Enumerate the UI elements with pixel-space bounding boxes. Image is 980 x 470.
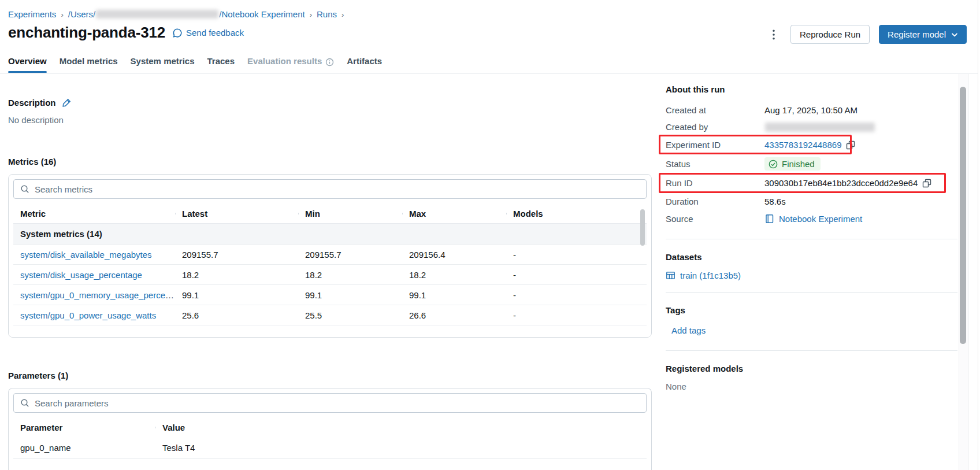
breadcrumb-notebook-experiment[interactable]: /Notebook Experiment <box>219 9 305 19</box>
copy-icon <box>922 179 931 188</box>
breadcrumb-users-prefix[interactable]: /Users/ <box>68 9 96 19</box>
add-tags-wrapper: Add tags <box>666 325 957 335</box>
redacted-username-blur <box>96 10 218 18</box>
register-model-label: Register model <box>888 29 946 39</box>
tab-model-metrics[interactable]: Model metrics <box>60 53 118 73</box>
created-at-value: Aug 17, 2025, 10:50 AM <box>764 105 957 115</box>
header-actions: Reproduce Run Register model <box>766 25 967 44</box>
metric-link[interactable]: system/disk_available_megabytes <box>20 250 152 260</box>
parameters-search-box <box>13 393 647 413</box>
parameters-card: Parameter Value gpu_0_nameTesla T4 <box>8 388 652 470</box>
tab-evaluation-results[interactable]: Evaluation results <box>247 53 334 73</box>
breadcrumb-runs[interactable]: Runs <box>317 9 337 19</box>
breadcrumb-separator: › <box>61 10 63 19</box>
check-circle-icon <box>769 160 778 169</box>
metric-models: - <box>506 310 647 320</box>
page-scrollbar-thumb[interactable] <box>960 87 966 344</box>
dataset-item[interactable]: train (1f1c13b5) <box>666 271 957 280</box>
metrics-search-input[interactable] <box>35 184 640 194</box>
register-model-button[interactable]: Register model <box>879 25 967 44</box>
tab-overview[interactable]: Overview <box>8 53 47 73</box>
run-id-value: 309030b17eb84e1bb23dcce0dd2e9e64 <box>764 178 918 188</box>
metrics-table-body: system/disk_available_megabytes209155.72… <box>13 245 647 325</box>
duration-label: Duration <box>666 197 764 206</box>
metric-models: - <box>506 290 647 300</box>
metric-models: - <box>506 270 647 280</box>
send-feedback-link[interactable]: Send feedback <box>172 28 244 38</box>
parameters-search-input[interactable] <box>35 398 640 408</box>
sidebar-divider <box>666 239 957 239</box>
page-title: enchanting-panda-312 <box>8 24 165 42</box>
metrics-table-header: Metric Latest Min Max Models <box>13 204 647 223</box>
tags-heading: Tags <box>666 305 957 316</box>
metric-link[interactable]: system/gpu_0_memory_usage_percenta... <box>20 290 175 300</box>
col-models: Models <box>506 209 647 219</box>
metrics-group-label: System metrics (14) <box>20 229 102 239</box>
metrics-table-scrollbar[interactable] <box>640 209 645 246</box>
metric-min: 99.1 <box>298 290 402 300</box>
parameter-value: Tesla T4 <box>155 443 647 453</box>
reproduce-run-button[interactable]: Reproduce Run <box>790 25 870 44</box>
metrics-search-box <box>13 179 647 199</box>
duration-row: Duration 58.6s <box>666 193 957 210</box>
metric-link[interactable]: system/disk_usage_percentage <box>20 270 142 280</box>
title-row: enchanting-panda-312 Send feedback <box>8 24 244 42</box>
metric-row: system/gpu_0_power_usage_watts25.625.526… <box>13 305 647 325</box>
tab-overview-label: Overview <box>8 56 47 66</box>
parameters-table-body: gpu_0_nameTesla T4 <box>13 437 647 459</box>
metric-min: 25.5 <box>298 310 402 320</box>
metric-min: 209155.7 <box>298 250 402 260</box>
status-text: Finished <box>782 159 815 169</box>
created-at-row: Created at Aug 17, 2025, 10:50 AM <box>666 102 957 119</box>
experiment-id-link[interactable]: 4335783192448869 <box>764 140 841 150</box>
dataset-link[interactable]: train (1f1c13b5) <box>680 271 741 280</box>
metric-models: - <box>506 250 647 260</box>
reproduce-run-label: Reproduce Run <box>800 29 860 39</box>
search-icon <box>20 184 29 194</box>
tab-system-metrics[interactable]: System metrics <box>131 53 195 73</box>
metric-latest: 25.6 <box>175 310 298 320</box>
col-max: Max <box>402 209 506 219</box>
created-at-label: Created at <box>666 105 764 115</box>
feedback-bubble-icon <box>172 28 183 38</box>
duration-value: 58.6s <box>764 197 957 206</box>
tab-traces-label: Traces <box>207 56 235 66</box>
metrics-table: Metric Latest Min Max Models System metr… <box>13 204 647 325</box>
metric-max: 18.2 <box>402 270 506 280</box>
copy-run-id-button[interactable] <box>922 179 931 188</box>
search-icon <box>20 398 29 408</box>
tab-traces[interactable]: Traces <box>207 53 235 73</box>
overflow-menu-button[interactable] <box>766 25 781 44</box>
add-tags-link[interactable]: Add tags <box>671 325 706 335</box>
run-id-row: Run ID 309030b17eb84e1bb23dcce0dd2e9e64 <box>666 173 957 193</box>
description-heading: Description <box>8 97 56 108</box>
window-right-edge <box>978 0 978 470</box>
copy-experiment-id-button[interactable] <box>846 140 855 150</box>
metric-name-cell: system/disk_available_megabytes <box>13 250 175 260</box>
tab-model-metrics-label: Model metrics <box>60 56 118 66</box>
col-metric: Metric <box>13 209 175 219</box>
breadcrumb-experiment-path[interactable]: /Users/ /Notebook Experiment <box>68 9 305 19</box>
metric-latest: 99.1 <box>175 290 298 300</box>
run-detail-page: Experiments › /Users/ /Notebook Experime… <box>0 0 980 470</box>
run-details-sidebar: About this run Created at Aug 17, 2025, … <box>666 74 957 391</box>
col-latest: Latest <box>175 209 298 219</box>
breadcrumb-separator: › <box>310 10 312 19</box>
kebab-icon <box>773 29 775 40</box>
parameters-table-header: Parameter Value <box>13 418 647 437</box>
metric-latest: 209155.7 <box>175 250 298 260</box>
description-section-header: Description <box>8 97 652 108</box>
status-row: Status Finished <box>666 154 957 173</box>
tab-artifacts[interactable]: Artifacts <box>347 53 382 73</box>
metrics-group-row: System metrics (14) <box>13 223 647 245</box>
edit-pencil-icon[interactable] <box>62 98 72 108</box>
source-link[interactable]: Notebook Experiment <box>779 214 862 224</box>
sidebar-divider <box>666 292 957 293</box>
breadcrumb-experiments[interactable]: Experiments <box>8 9 56 19</box>
col-parameter: Parameter <box>13 423 155 432</box>
metric-link[interactable]: system/gpu_0_power_usage_watts <box>20 310 156 320</box>
col-min: Min <box>298 209 402 219</box>
chevron-down-icon <box>951 32 958 37</box>
metric-max: 209156.4 <box>402 250 506 260</box>
status-badge: Finished <box>764 157 821 171</box>
